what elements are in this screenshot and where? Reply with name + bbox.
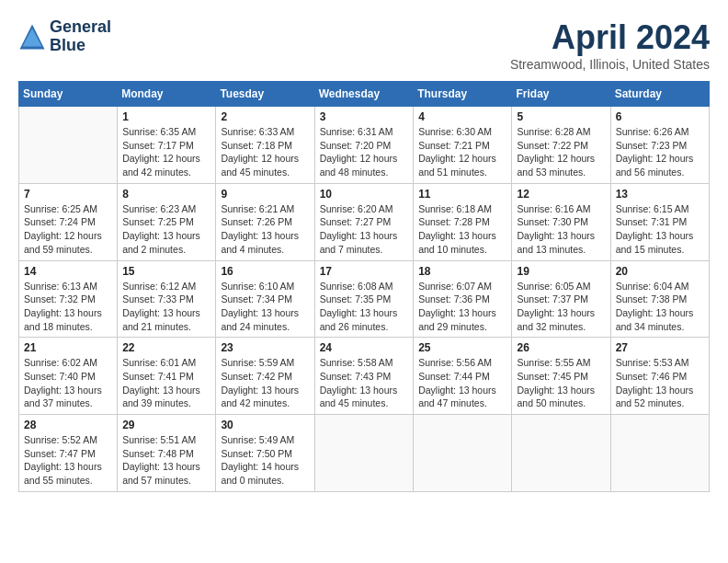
day-cell: 2Sunrise: 6:33 AMSunset: 7:18 PMDaylight… [216,107,314,184]
day-info: Sunrise: 6:15 AMSunset: 7:31 PMDaylight:… [616,202,704,257]
day-cell: 9Sunrise: 6:21 AMSunset: 7:26 PMDaylight… [216,183,314,260]
day-cell: 3Sunrise: 6:31 AMSunset: 7:20 PMDaylight… [314,107,414,184]
day-number: 13 [616,188,704,201]
day-number: 22 [122,341,210,354]
day-info: Sunrise: 6:18 AMSunset: 7:28 PMDaylight:… [418,202,506,257]
day-cell [314,415,414,492]
day-number: 6 [616,110,704,123]
day-cell: 22Sunrise: 6:01 AMSunset: 7:41 PMDayligh… [118,338,216,415]
column-header-thursday: Thursday [414,82,512,107]
day-cell: 4Sunrise: 6:30 AMSunset: 7:21 PMDaylight… [414,107,512,184]
day-info: Sunrise: 6:02 AMSunset: 7:40 PMDaylight:… [24,356,112,410]
column-header-sunday: Sunday [19,82,118,107]
calendar-table: SundayMondayTuesdayWednesdayThursdayFrid… [18,81,710,492]
day-cell: 10Sunrise: 6:20 AMSunset: 7:27 PMDayligh… [314,183,414,260]
day-number: 17 [320,265,409,278]
day-cell: 26Sunrise: 5:55 AMSunset: 7:45 PMDayligh… [512,338,610,415]
page-title: April 2024 [510,18,710,57]
page-header: General Blue April 2024 Streamwood, Illi… [18,18,710,72]
day-number: 21 [24,341,112,354]
day-cell: 20Sunrise: 6:04 AMSunset: 7:38 PMDayligh… [610,260,709,338]
week-row-1: 1Sunrise: 6:35 AMSunset: 7:17 PMDaylight… [19,107,710,184]
day-info: Sunrise: 6:13 AMSunset: 7:32 PMDaylight:… [24,280,112,334]
day-number: 14 [24,265,112,278]
day-cell: 29Sunrise: 5:51 AMSunset: 7:48 PMDayligh… [118,415,216,492]
day-info: Sunrise: 5:56 AMSunset: 7:44 PMDaylight:… [418,356,506,410]
day-number: 15 [122,265,210,278]
day-number: 20 [616,265,704,278]
page-subtitle: Streamwood, Illinois, United States [510,57,710,72]
day-cell: 7Sunrise: 6:25 AMSunset: 7:24 PMDaylight… [19,183,118,260]
week-row-3: 14Sunrise: 6:13 AMSunset: 7:32 PMDayligh… [19,260,710,338]
day-info: Sunrise: 5:52 AMSunset: 7:47 PMDaylight:… [24,433,112,488]
day-number: 16 [221,265,309,278]
day-info: Sunrise: 5:58 AMSunset: 7:43 PMDaylight:… [320,356,409,410]
week-row-4: 21Sunrise: 6:02 AMSunset: 7:40 PMDayligh… [19,338,710,415]
week-row-2: 7Sunrise: 6:25 AMSunset: 7:24 PMDaylight… [19,183,710,260]
day-cell: 6Sunrise: 6:26 AMSunset: 7:23 PMDaylight… [610,107,709,184]
day-info: Sunrise: 6:26 AMSunset: 7:23 PMDaylight:… [616,125,704,179]
column-header-saturday: Saturday [610,82,709,107]
column-header-wednesday: Wednesday [314,82,414,107]
calendar-header-row: SundayMondayTuesdayWednesdayThursdayFrid… [19,82,710,107]
column-header-friday: Friday [512,82,610,107]
day-cell: 14Sunrise: 6:13 AMSunset: 7:32 PMDayligh… [19,260,118,338]
day-number: 23 [221,341,309,354]
day-cell: 18Sunrise: 6:07 AMSunset: 7:36 PMDayligh… [414,260,512,338]
day-number: 24 [320,341,409,354]
day-number: 26 [517,341,605,354]
day-cell: 21Sunrise: 6:02 AMSunset: 7:40 PMDayligh… [19,338,118,415]
day-cell: 25Sunrise: 5:56 AMSunset: 7:44 PMDayligh… [414,338,512,415]
column-header-tuesday: Tuesday [216,82,314,107]
day-info: Sunrise: 6:04 AMSunset: 7:38 PMDaylight:… [616,280,704,334]
day-info: Sunrise: 6:31 AMSunset: 7:20 PMDaylight:… [320,125,409,179]
day-number: 10 [320,188,409,201]
day-info: Sunrise: 6:33 AMSunset: 7:18 PMDaylight:… [221,125,309,179]
day-info: Sunrise: 6:05 AMSunset: 7:37 PMDaylight:… [517,280,605,334]
week-row-5: 28Sunrise: 5:52 AMSunset: 7:47 PMDayligh… [19,415,710,492]
day-number: 8 [122,188,210,201]
day-info: Sunrise: 6:07 AMSunset: 7:36 PMDaylight:… [418,280,506,334]
day-cell: 19Sunrise: 6:05 AMSunset: 7:37 PMDayligh… [512,260,610,338]
day-cell: 24Sunrise: 5:58 AMSunset: 7:43 PMDayligh… [314,338,414,415]
day-info: Sunrise: 5:55 AMSunset: 7:45 PMDaylight:… [517,356,605,410]
day-number: 28 [24,419,112,431]
day-number: 29 [122,419,210,431]
day-info: Sunrise: 5:51 AMSunset: 7:48 PMDaylight:… [122,433,210,488]
title-block: April 2024 Streamwood, Illinois, United … [510,18,710,72]
day-cell: 11Sunrise: 6:18 AMSunset: 7:28 PMDayligh… [414,183,512,260]
day-number: 12 [517,188,605,201]
svg-marker-1 [23,29,42,47]
logo-text: General Blue [50,18,111,55]
day-info: Sunrise: 6:01 AMSunset: 7:41 PMDaylight:… [122,356,210,410]
day-info: Sunrise: 6:20 AMSunset: 7:27 PMDaylight:… [320,202,409,257]
day-info: Sunrise: 6:10 AMSunset: 7:34 PMDaylight:… [221,280,309,334]
day-info: Sunrise: 6:12 AMSunset: 7:33 PMDaylight:… [122,280,210,334]
day-info: Sunrise: 6:30 AMSunset: 7:21 PMDaylight:… [418,125,506,179]
day-cell: 28Sunrise: 5:52 AMSunset: 7:47 PMDayligh… [19,415,118,492]
day-info: Sunrise: 6:23 AMSunset: 7:25 PMDaylight:… [122,202,210,257]
day-number: 7 [24,188,112,201]
day-cell [512,415,610,492]
day-number: 2 [221,110,309,123]
day-number: 11 [418,188,506,201]
day-number: 5 [517,110,605,123]
day-cell: 17Sunrise: 6:08 AMSunset: 7:35 PMDayligh… [314,260,414,338]
day-cell: 15Sunrise: 6:12 AMSunset: 7:33 PMDayligh… [118,260,216,338]
day-info: Sunrise: 6:21 AMSunset: 7:26 PMDaylight:… [221,202,309,257]
day-cell [414,415,512,492]
logo-icon [18,23,46,51]
day-number: 25 [418,341,506,354]
day-cell [610,415,709,492]
day-cell: 12Sunrise: 6:16 AMSunset: 7:30 PMDayligh… [512,183,610,260]
day-number: 3 [320,110,409,123]
day-info: Sunrise: 6:25 AMSunset: 7:24 PMDaylight:… [24,202,112,257]
day-number: 9 [221,188,309,201]
day-cell: 30Sunrise: 5:49 AMSunset: 7:50 PMDayligh… [216,415,314,492]
day-number: 19 [517,265,605,278]
day-info: Sunrise: 5:59 AMSunset: 7:42 PMDaylight:… [221,356,309,410]
day-info: Sunrise: 6:28 AMSunset: 7:22 PMDaylight:… [517,125,605,179]
logo: General Blue [18,18,111,55]
day-info: Sunrise: 6:35 AMSunset: 7:17 PMDaylight:… [122,125,210,179]
day-info: Sunrise: 5:49 AMSunset: 7:50 PMDaylight:… [221,433,309,488]
